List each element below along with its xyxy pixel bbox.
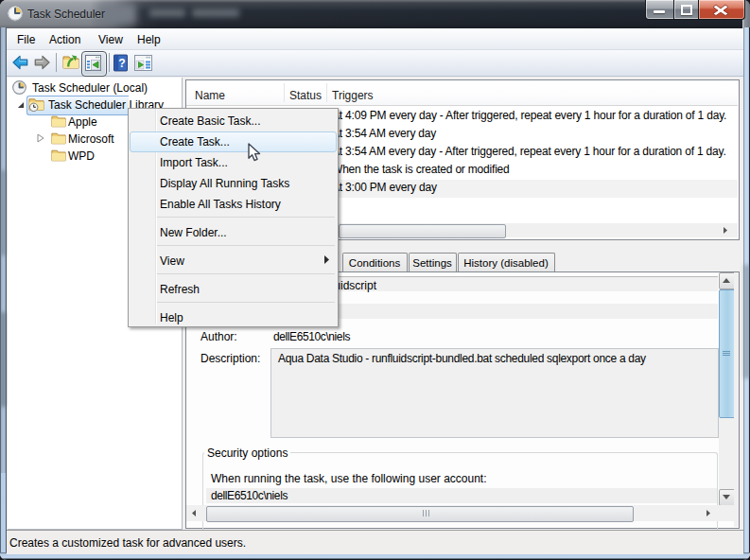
svg-text:?: ? (118, 57, 125, 70)
